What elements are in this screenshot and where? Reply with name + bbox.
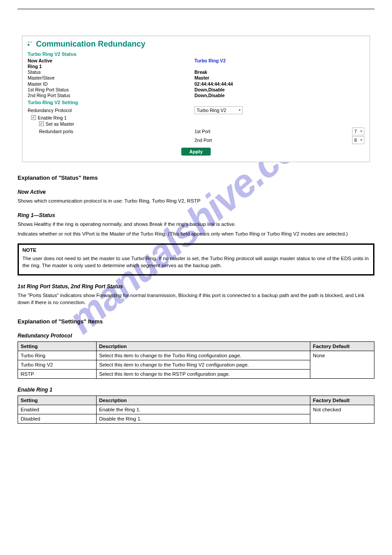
setting-section-head: Turbo Ring V2 Setting bbox=[28, 100, 364, 105]
now-active-label: Now Active bbox=[28, 58, 194, 64]
enable-ring1-checkbox[interactable]: ✓ bbox=[31, 115, 36, 120]
panel-title: Communication Redundancy bbox=[28, 40, 364, 49]
chevron-down-icon: ▾ bbox=[360, 129, 362, 133]
port-status-text: The "Ports Status" indicators show Forwa… bbox=[18, 292, 374, 306]
2nd-port-label: 2nd Port bbox=[194, 138, 347, 143]
t2-default: Not checked bbox=[310, 405, 374, 424]
note-text: The user does not need to set the master… bbox=[22, 255, 370, 269]
status-masterslave-label: Master/Slave bbox=[28, 75, 194, 81]
t1-r1c1: Select this item to change to the Turbo … bbox=[96, 360, 310, 370]
t2-h1: Description bbox=[96, 396, 310, 405]
ring1-label: Ring 1 bbox=[28, 64, 194, 69]
status-status-value: Break bbox=[194, 69, 364, 75]
now-active-subhead: Now Active bbox=[18, 189, 374, 195]
protocol-value: Turbo Ring V2 bbox=[197, 108, 226, 113]
2nd-port-value: 8 bbox=[354, 138, 357, 143]
now-active-value: Turbo Ring V2 bbox=[194, 58, 364, 64]
t2-h2: Factory Default bbox=[310, 396, 374, 405]
chevron-down-icon: ▾ bbox=[360, 138, 362, 142]
t1-r1c0: Turbo Ring V2 bbox=[18, 360, 97, 370]
2nd-port-select[interactable]: 8 ▾ bbox=[352, 136, 364, 144]
redundant-ports-label: Redundant ports bbox=[28, 129, 194, 134]
note-heading: NOTE bbox=[22, 247, 370, 253]
t2-r1c1: Disable the Ring 1. bbox=[96, 414, 310, 424]
ring1-status-subhead: Ring 1—Status bbox=[18, 212, 374, 218]
1st-port-select[interactable]: 7 ▾ bbox=[352, 127, 364, 135]
table-row: Enabled Enable the Ring 1. Not checked bbox=[18, 405, 374, 414]
panel-title-text: Communication Redundancy bbox=[36, 40, 145, 49]
t1-r2c0: RSTP bbox=[18, 370, 97, 379]
status-section-head: Turbo Ring V2 Status bbox=[28, 51, 364, 57]
status-masterslave-value: Master bbox=[194, 75, 364, 81]
explain-status-title: Explanation of "Status" Items bbox=[18, 174, 374, 181]
port-status-subhead: 1st Ring Port Status, 2nd Ring Port Stat… bbox=[18, 283, 374, 290]
now-active-text: Shows which communication protocol is in… bbox=[18, 198, 374, 205]
explain-settings-title: Explanation of "Settings" Items bbox=[18, 318, 374, 325]
status-2ndport-label: 2nd Ring Port Status bbox=[28, 93, 194, 98]
status-2ndport-value: Down,Disable bbox=[194, 93, 364, 98]
apply-button[interactable]: Apply bbox=[181, 148, 211, 156]
dots-icon bbox=[28, 41, 34, 47]
protocol-label: Redundancy Protocol bbox=[28, 108, 194, 113]
set-master-checkbox[interactable]: ✓ bbox=[39, 121, 44, 126]
status-masterid-label: Master ID bbox=[28, 81, 194, 87]
table-row: Turbo Ring Select this item to change to… bbox=[18, 351, 374, 360]
t1-r2c1: Select this item to change to the RSTP c… bbox=[96, 370, 310, 379]
chevron-down-icon: ▾ bbox=[239, 108, 241, 112]
t2-h0: Setting bbox=[18, 396, 97, 405]
t1-h1: Description bbox=[96, 342, 310, 351]
protocol-select[interactable]: Turbo Ring V2 ▾ bbox=[194, 106, 243, 114]
status-1stport-label: 1st Ring Port Status bbox=[28, 87, 194, 93]
t1-h2: Factory Default bbox=[310, 342, 374, 351]
proto-subhead: Redundancy Protocol bbox=[18, 333, 374, 339]
t1-default: None bbox=[310, 351, 374, 379]
set-master-label: Set as Master bbox=[46, 121, 74, 127]
status-status-label: Status bbox=[28, 69, 194, 75]
1st-port-value: 7 bbox=[354, 129, 357, 134]
ring1-status-text1: Shows Healthy if the ring is operating n… bbox=[18, 221, 374, 228]
enable-ring1-label: Enable Ring 1 bbox=[38, 115, 67, 120]
t2-r0c1: Enable the Ring 1. bbox=[96, 405, 310, 414]
top-rule bbox=[18, 9, 374, 9]
t1-h0: Setting bbox=[18, 342, 97, 351]
ring1-status-text2: Indicates whether or not this VPort is t… bbox=[18, 231, 374, 238]
1st-port-label: 1st Port bbox=[194, 129, 347, 134]
status-1stport-value: Down,Disable bbox=[194, 87, 364, 93]
enable-ring1-table: Setting Description Factory Default Enab… bbox=[18, 395, 374, 424]
protocol-table: Setting Description Factory Default Turb… bbox=[18, 341, 374, 379]
note-box: NOTE The user does not need to set the m… bbox=[18, 243, 374, 276]
t2-r1c0: Disabled bbox=[18, 414, 97, 424]
status-masterid-value: 02:44:44:44:44:44 bbox=[194, 81, 364, 87]
t1-r0c1: Select this item to change to the Turbo … bbox=[96, 351, 310, 360]
config-panel: Communication Redundancy Turbo Ring V2 S… bbox=[22, 36, 370, 162]
t1-r0c0: Turbo Ring bbox=[18, 351, 97, 360]
er1-subhead: Enable Ring 1 bbox=[18, 387, 374, 393]
t2-r0c0: Enabled bbox=[18, 405, 97, 414]
